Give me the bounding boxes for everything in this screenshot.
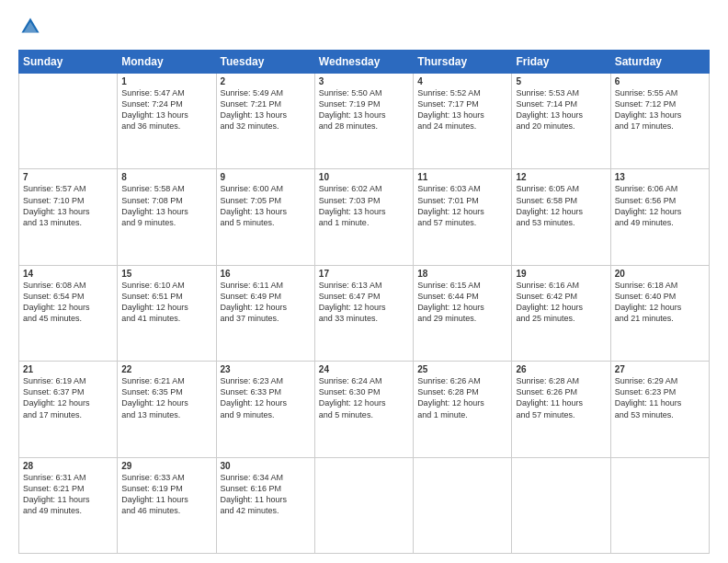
day-number: 1: [121, 76, 211, 86]
calendar-week-row: 1Sunrise: 5:47 AM Sunset: 7:24 PM Daylig…: [19, 74, 710, 169]
day-info: Sunrise: 6:00 AM Sunset: 7:05 PM Dayligh…: [221, 183, 311, 228]
day-info: Sunrise: 5:50 AM Sunset: 7:19 PM Dayligh…: [319, 87, 409, 132]
calendar-cell: 6Sunrise: 5:55 AM Sunset: 7:12 PM Daylig…: [610, 74, 709, 169]
day-number: 21: [23, 364, 113, 374]
day-number: 15: [121, 269, 211, 279]
calendar-week-row: 28Sunrise: 6:31 AM Sunset: 6:21 PM Dayli…: [19, 457, 710, 553]
day-number: 4: [417, 76, 507, 86]
day-number: 20: [615, 269, 705, 279]
weekday-header: Saturday: [610, 51, 709, 74]
day-info: Sunrise: 6:03 AM Sunset: 7:01 PM Dayligh…: [417, 183, 507, 228]
calendar-cell: 30Sunrise: 6:34 AM Sunset: 6:16 PM Dayli…: [216, 457, 314, 553]
day-info: Sunrise: 5:49 AM Sunset: 7:21 PM Dayligh…: [221, 87, 311, 132]
calendar-cell: 10Sunrise: 6:02 AM Sunset: 7:03 PM Dayli…: [314, 169, 413, 265]
calendar-cell: 26Sunrise: 6:28 AM Sunset: 6:26 PM Dayli…: [512, 362, 610, 457]
calendar-cell: [314, 457, 413, 553]
day-number: 22: [121, 364, 211, 374]
day-number: 14: [23, 269, 113, 279]
calendar-cell: [512, 457, 610, 553]
calendar-week-row: 21Sunrise: 6:19 AM Sunset: 6:37 PM Dayli…: [19, 362, 710, 457]
calendar-cell: 15Sunrise: 6:10 AM Sunset: 6:51 PM Dayli…: [118, 265, 216, 361]
day-number: 3: [319, 76, 409, 86]
day-info: Sunrise: 6:29 AM Sunset: 6:23 PM Dayligh…: [615, 375, 705, 420]
day-info: Sunrise: 6:06 AM Sunset: 6:56 PM Dayligh…: [615, 183, 705, 228]
day-info: Sunrise: 6:10 AM Sunset: 6:51 PM Dayligh…: [121, 280, 211, 325]
calendar-cell: 17Sunrise: 6:13 AM Sunset: 6:47 PM Dayli…: [314, 265, 413, 361]
header: [18, 17, 710, 40]
day-info: Sunrise: 5:58 AM Sunset: 7:08 PM Dayligh…: [121, 183, 211, 228]
day-number: 23: [221, 364, 311, 374]
calendar-cell: 12Sunrise: 6:05 AM Sunset: 6:58 PM Dayli…: [512, 169, 610, 265]
day-number: 26: [516, 364, 606, 374]
day-number: 25: [417, 364, 507, 374]
calendar-cell: 24Sunrise: 6:24 AM Sunset: 6:30 PM Dayli…: [314, 362, 413, 457]
calendar-cell: 11Sunrise: 6:03 AM Sunset: 7:01 PM Dayli…: [414, 169, 512, 265]
calendar-cell: [610, 457, 709, 553]
day-number: 7: [23, 172, 113, 182]
weekday-header: Wednesday: [314, 51, 413, 74]
calendar-cell: 29Sunrise: 6:33 AM Sunset: 6:19 PM Dayli…: [118, 457, 216, 553]
calendar-cell: 21Sunrise: 6:19 AM Sunset: 6:37 PM Dayli…: [19, 362, 118, 457]
calendar-table: SundayMondayTuesdayWednesdayThursdayFrid…: [18, 50, 710, 554]
day-number: 18: [417, 269, 507, 279]
day-info: Sunrise: 5:53 AM Sunset: 7:14 PM Dayligh…: [516, 87, 606, 132]
calendar-cell: 27Sunrise: 6:29 AM Sunset: 6:23 PM Dayli…: [610, 362, 709, 457]
day-number: 2: [221, 76, 311, 86]
day-number: 10: [319, 172, 409, 182]
weekday-header: Tuesday: [216, 51, 314, 74]
day-number: 12: [516, 172, 606, 182]
day-info: Sunrise: 5:55 AM Sunset: 7:12 PM Dayligh…: [615, 87, 705, 132]
day-number: 13: [615, 172, 705, 182]
weekday-header: Friday: [512, 51, 610, 74]
calendar-cell: 16Sunrise: 6:11 AM Sunset: 6:49 PM Dayli…: [216, 265, 314, 361]
day-number: 17: [319, 269, 409, 279]
day-number: 24: [319, 364, 409, 374]
calendar-cell: 23Sunrise: 6:23 AM Sunset: 6:33 PM Dayli…: [216, 362, 314, 457]
day-info: Sunrise: 6:02 AM Sunset: 7:03 PM Dayligh…: [319, 183, 409, 228]
day-number: 6: [615, 76, 705, 86]
calendar-cell: 19Sunrise: 6:16 AM Sunset: 6:42 PM Dayli…: [512, 265, 610, 361]
calendar-cell: 28Sunrise: 6:31 AM Sunset: 6:21 PM Dayli…: [19, 457, 118, 553]
day-info: Sunrise: 5:57 AM Sunset: 7:10 PM Dayligh…: [23, 183, 113, 228]
logo: [18, 17, 42, 40]
day-info: Sunrise: 6:16 AM Sunset: 6:42 PM Dayligh…: [516, 280, 606, 325]
logo-icon: [20, 17, 40, 37]
day-info: Sunrise: 6:26 AM Sunset: 6:28 PM Dayligh…: [417, 375, 507, 420]
calendar-cell: [19, 74, 118, 169]
calendar-cell: 22Sunrise: 6:21 AM Sunset: 6:35 PM Dayli…: [118, 362, 216, 457]
page: SundayMondayTuesdayWednesdayThursdayFrid…: [0, 0, 728, 563]
calendar-cell: 5Sunrise: 5:53 AM Sunset: 7:14 PM Daylig…: [512, 74, 610, 169]
day-number: 28: [23, 461, 113, 471]
day-info: Sunrise: 6:11 AM Sunset: 6:49 PM Dayligh…: [221, 280, 311, 325]
day-info: Sunrise: 6:24 AM Sunset: 6:30 PM Dayligh…: [319, 375, 409, 420]
day-number: 27: [615, 364, 705, 374]
calendar-cell: 9Sunrise: 6:00 AM Sunset: 7:05 PM Daylig…: [216, 169, 314, 265]
day-info: Sunrise: 5:47 AM Sunset: 7:24 PM Dayligh…: [121, 87, 211, 132]
weekday-header: Sunday: [19, 51, 118, 74]
day-info: Sunrise: 6:33 AM Sunset: 6:19 PM Dayligh…: [121, 472, 211, 517]
calendar-cell: 13Sunrise: 6:06 AM Sunset: 6:56 PM Dayli…: [610, 169, 709, 265]
calendar-cell: 3Sunrise: 5:50 AM Sunset: 7:19 PM Daylig…: [314, 74, 413, 169]
calendar-cell: 14Sunrise: 6:08 AM Sunset: 6:54 PM Dayli…: [19, 265, 118, 361]
calendar-cell: [414, 457, 512, 553]
day-info: Sunrise: 6:21 AM Sunset: 6:35 PM Dayligh…: [121, 375, 211, 420]
day-number: 8: [121, 172, 211, 182]
day-number: 19: [516, 269, 606, 279]
day-number: 9: [221, 172, 311, 182]
calendar-cell: 4Sunrise: 5:52 AM Sunset: 7:17 PM Daylig…: [414, 74, 512, 169]
calendar-cell: 1Sunrise: 5:47 AM Sunset: 7:24 PM Daylig…: [118, 74, 216, 169]
day-info: Sunrise: 6:31 AM Sunset: 6:21 PM Dayligh…: [23, 472, 113, 517]
day-info: Sunrise: 6:18 AM Sunset: 6:40 PM Dayligh…: [615, 280, 705, 325]
day-info: Sunrise: 6:34 AM Sunset: 6:16 PM Dayligh…: [221, 472, 311, 517]
calendar-cell: 2Sunrise: 5:49 AM Sunset: 7:21 PM Daylig…: [216, 74, 314, 169]
day-number: 11: [417, 172, 507, 182]
calendar-cell: 20Sunrise: 6:18 AM Sunset: 6:40 PM Dayli…: [610, 265, 709, 361]
day-info: Sunrise: 6:15 AM Sunset: 6:44 PM Dayligh…: [417, 280, 507, 325]
day-number: 5: [516, 76, 606, 86]
calendar-cell: 18Sunrise: 6:15 AM Sunset: 6:44 PM Dayli…: [414, 265, 512, 361]
day-info: Sunrise: 6:19 AM Sunset: 6:37 PM Dayligh…: [23, 375, 113, 420]
calendar-cell: 25Sunrise: 6:26 AM Sunset: 6:28 PM Dayli…: [414, 362, 512, 457]
day-info: Sunrise: 6:28 AM Sunset: 6:26 PM Dayligh…: [516, 375, 606, 420]
calendar-week-row: 14Sunrise: 6:08 AM Sunset: 6:54 PM Dayli…: [19, 265, 710, 361]
day-info: Sunrise: 6:08 AM Sunset: 6:54 PM Dayligh…: [23, 280, 113, 325]
